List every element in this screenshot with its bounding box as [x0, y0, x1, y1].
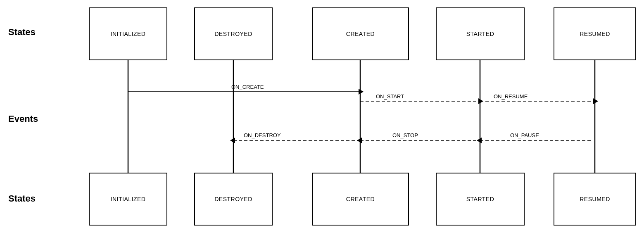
event-label-on-resume: ON_RESUME [494, 93, 528, 100]
svg-marker-6 [359, 89, 364, 95]
svg-marker-16 [477, 138, 482, 143]
event-label-on-create: ON_CREATE [231, 84, 264, 90]
svg-marker-10 [593, 98, 598, 104]
event-label-on-start: ON_START [376, 93, 404, 100]
event-label-on-destroy: ON_DESTROY [244, 132, 281, 138]
diagram-svg: ON_CREATE ON_START ON_RESUME ON_DESTROY … [0, 0, 644, 228]
event-label-on-pause: ON_PAUSE [510, 132, 539, 138]
svg-marker-12 [230, 138, 235, 143]
svg-marker-14 [357, 138, 362, 143]
event-label-on-stop: ON_STOP [392, 132, 418, 138]
diagram-container: States Events States INITIALIZED DESTROY… [0, 0, 644, 228]
